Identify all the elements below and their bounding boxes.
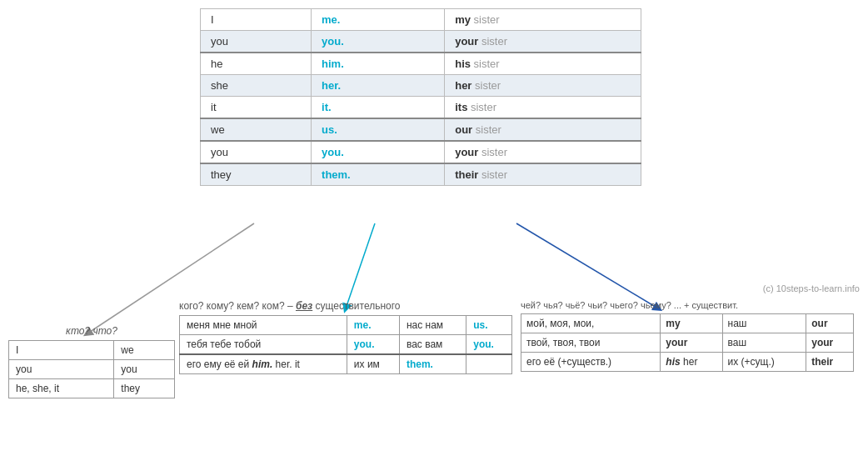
subject-pronoun-cell: they — [114, 379, 175, 398]
main-pronoun-table: Ime.my sisteryouyou.your sisterhehim.his… — [200, 8, 641, 186]
subject-pronoun: you — [201, 31, 312, 53]
object-pronoun: it. — [312, 97, 445, 119]
subject-pronoun: he — [201, 53, 312, 75]
russian-object-pronoun: его ему её ей him. her. it — [180, 354, 347, 374]
subject-pronoun: it — [201, 97, 312, 119]
russian-object-pronoun-pl: нас нам — [399, 316, 466, 335]
object-pronouns-table: меня мне мной me.нас намus.тебя тебе тоб… — [179, 315, 512, 374]
possessive-pronoun: its sister — [445, 97, 641, 119]
subject-pronoun-cell: you — [9, 360, 114, 379]
subject-pronoun-cell: we — [114, 341, 175, 360]
english-object-pronoun-pl: them. — [399, 354, 466, 374]
subject-pronouns-table: Iweyouyouhe, she, itthey — [8, 340, 175, 398]
possessive-pronoun: our sister — [445, 118, 641, 141]
svg-line-1 — [346, 223, 375, 308]
subject-pronoun-cell: I — [9, 341, 114, 360]
svg-line-2 — [516, 223, 658, 308]
russian-object-pronoun: меня мне мной — [180, 316, 347, 335]
subject-pronoun: we — [201, 118, 312, 141]
english-possessive: my — [661, 314, 722, 333]
bottom-center-suffix: существительного — [316, 300, 401, 312]
subject-pronoun-cell: he, she, it — [9, 379, 114, 398]
object-pronoun: you. — [312, 31, 445, 53]
english-possessive-pl: their — [806, 353, 854, 372]
bottom-right-title: чей? чья? чьё? чьи? чьего? чьему? ... + … — [521, 300, 854, 310]
russian-possessive-pl: наш — [722, 314, 806, 333]
english-possessive: his her — [661, 353, 722, 372]
object-pronoun: you. — [312, 141, 445, 163]
possessive-pronoun: your sister — [445, 31, 641, 53]
bottom-center-title: кого? кому? кем? ком? – без существитель… — [179, 300, 512, 312]
russian-possessive: твой, твоя, твои — [521, 333, 661, 353]
subject-pronoun: they — [201, 163, 312, 186]
english-object-pronoun: me. — [347, 316, 399, 335]
object-pronoun: him. — [312, 53, 445, 75]
possessive-pronouns-table: мой, моя, мои,myнашourтвой, твоя, твоиyo… — [521, 313, 854, 372]
possessive-pronoun: my sister — [445, 9, 641, 31]
bottom-center-title-text: кого? кому? кем? ком? — [179, 300, 285, 312]
possessive-pronoun: your sister — [445, 141, 641, 163]
bottom-right-section: чей? чья? чьё? чьи? чьего? чьему? ... + … — [521, 300, 854, 372]
possessive-pronoun: his sister — [445, 53, 641, 75]
bottom-center-bez: без — [296, 300, 312, 312]
object-pronoun: us. — [312, 118, 445, 141]
bottom-left-section: кто? что? Iweyouyouhe, she, itthey — [8, 325, 175, 398]
main-table-wrapper: Ime.my sisteryouyou.your sisterhehim.his… — [200, 8, 641, 186]
bottom-center-dash: – — [287, 300, 296, 312]
russian-object-pronoun-pl: вас вам — [399, 335, 466, 355]
russian-object-pronoun: тебя тебе тобой — [180, 335, 347, 355]
bottom-center-section: кого? кому? кем? ком? – без существитель… — [179, 300, 512, 374]
copyright-text: (c) 10steps-to-learn.info — [763, 283, 860, 293]
subject-pronoun-cell: you — [114, 360, 175, 379]
english-object-pronoun: you. — [347, 335, 399, 355]
russian-possessive: мой, моя, мои, — [521, 314, 661, 333]
english-possessive: your — [661, 333, 722, 353]
russian-object-pronoun-pl: их им — [347, 354, 399, 374]
subject-pronoun: you — [201, 141, 312, 163]
object-pronoun: them. — [312, 163, 445, 186]
english-possessive-pl: our — [806, 314, 854, 333]
object-pronoun: her. — [312, 75, 445, 97]
bottom-left-title: кто? что? — [8, 325, 175, 337]
object-pronoun: me. — [312, 9, 445, 31]
possessive-pronoun: her sister — [445, 75, 641, 97]
subject-pronoun: she — [201, 75, 312, 97]
english-object-pronoun-pl: you. — [466, 335, 512, 355]
english-possessive-pl: your — [806, 333, 854, 353]
subject-pronoun: I — [201, 9, 312, 31]
possessive-pronoun: their sister — [445, 163, 641, 186]
russian-possessive-pl: ваш — [722, 333, 806, 353]
english-object-pronoun-pl: us. — [466, 316, 512, 335]
russian-possessive: его её (+существ.) — [521, 353, 661, 372]
russian-possessive-pl: их (+сущ.) — [722, 353, 806, 372]
